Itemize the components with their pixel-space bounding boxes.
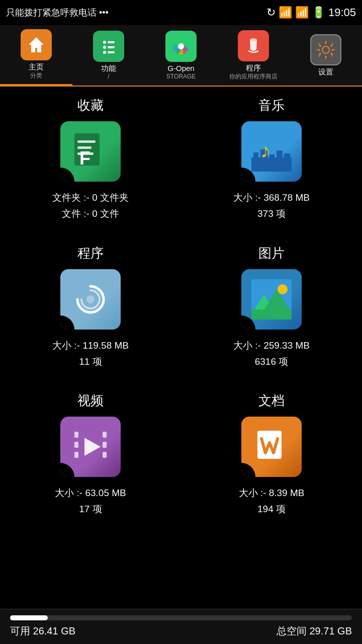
category-info-music: 大小 :- 368.78 MB373 项	[233, 190, 310, 222]
gopen-icon-wrap	[165, 31, 197, 62]
category-icon-favorites: F	[60, 121, 121, 182]
nav-label-settings: 设置	[318, 67, 333, 76]
svg-point-5	[103, 51, 106, 54]
storage-bar-fill	[10, 615, 48, 620]
category-title-docs: 文档	[258, 392, 285, 410]
storage-total: 总空间 29.71 GB	[277, 624, 352, 638]
docs-file-icon	[251, 427, 292, 467]
category-item-music[interactable]: 音乐 ♪ 大小 :- 368.	[181, 87, 362, 234]
category-info-favorites: 文件夹 :- 0 文件夹文件 :- 0 文件	[52, 190, 129, 222]
svg-rect-2	[108, 41, 115, 43]
category-grid: 收藏 F 文件夹 :- 0 文件夹文件 :- 0 文件	[0, 87, 362, 530]
status-bar: 只能拨打紧急呼救电话 ••• ↻ 📶 📶 🔋 19:05	[0, 0, 362, 25]
storage-available: 可用 26.41 GB	[10, 624, 75, 638]
nav-item-settings[interactable]: 设置	[290, 25, 362, 86]
svg-rect-36	[74, 432, 78, 438]
music-file-icon: ♪	[251, 131, 292, 172]
svg-rect-4	[108, 46, 115, 48]
category-info-docs: 大小 :- 8.39 MB194 项	[239, 485, 305, 518]
refresh-icon: ↻	[266, 6, 276, 19]
signal-icon: 📶	[279, 6, 292, 19]
svg-point-13	[178, 43, 184, 49]
svg-rect-26	[277, 150, 283, 172]
svg-point-14	[250, 38, 257, 41]
category-item-pictures[interactable]: 图片	[181, 234, 362, 382]
category-title-favorites: 收藏	[77, 97, 104, 114]
category-info-apps: 大小 :- 119.58 MB11 项	[52, 338, 129, 370]
settings-icon	[315, 39, 337, 61]
svg-rect-6	[108, 51, 115, 53]
category-item-apps[interactable]: 程序 大小 :- 119.58 MB11 项	[0, 234, 181, 382]
nav-sublabel-func: /	[108, 73, 109, 80]
func-icon-wrap	[93, 31, 124, 62]
time-display: 19:05	[328, 6, 356, 19]
svg-rect-27	[284, 153, 290, 172]
category-icon-music: ♪	[241, 121, 302, 182]
nav-label-gopen: G-Open	[167, 64, 194, 73]
nav-sublabel-gopen: STORAGE	[166, 73, 196, 80]
svg-point-16	[323, 47, 329, 53]
category-icon-apps	[60, 269, 121, 330]
category-item-video[interactable]: 视频 大小 :- 63.05	[0, 382, 181, 530]
svg-rect-37	[74, 442, 78, 448]
svg-rect-23	[253, 152, 258, 172]
nav-sublabel-home: 分类	[30, 71, 42, 80]
category-icon-docs	[241, 417, 302, 477]
svg-rect-34	[251, 309, 292, 319]
svg-rect-41	[103, 452, 107, 458]
nav-bar: 主页 分类 功能 /	[0, 25, 362, 87]
svg-point-3	[103, 46, 106, 49]
pictures-file-icon	[251, 279, 292, 319]
nav-item-prog[interactable]: 程序 你的应用程序商店	[217, 25, 290, 86]
nav-label-prog: 程序	[246, 63, 261, 72]
category-title-apps: 程序	[77, 245, 104, 262]
svg-point-35	[278, 284, 288, 294]
svg-point-30	[86, 295, 95, 303]
prog-icon	[243, 36, 263, 56]
battery-icon: 🔋	[312, 6, 325, 19]
svg-text:F: F	[79, 148, 90, 169]
category-title-music: 音乐	[258, 97, 285, 114]
category-item-docs[interactable]: 文档 大小 :- 8.39 MB194 项	[181, 382, 362, 530]
storage-info: 可用 26.41 GB 总空间 29.71 GB	[10, 624, 352, 638]
nav-item-gopen[interactable]: G-Open STORAGE	[145, 25, 217, 86]
svg-point-1	[103, 41, 106, 44]
nav-sublabel-prog: 你的应用程序商店	[229, 72, 278, 81]
category-title-video: 视频	[77, 392, 104, 410]
nav-item-home[interactable]: 主页 分类	[0, 25, 72, 86]
bottom-bar: 可用 26.41 GB 总空间 29.71 GB	[0, 609, 362, 644]
svg-rect-18	[77, 140, 96, 143]
video-file-icon	[70, 427, 111, 467]
category-icon-video	[60, 417, 121, 477]
category-item-favorites[interactable]: 收藏 F 文件夹 :- 0 文件夹文件 :- 0 文件	[0, 87, 181, 234]
category-title-pictures: 图片	[258, 245, 285, 262]
home-icon	[26, 35, 46, 55]
func-icon	[99, 36, 119, 56]
svg-rect-40	[103, 442, 107, 448]
wifi-icon: 📶	[295, 6, 309, 19]
svg-rect-39	[103, 432, 107, 438]
nav-item-func[interactable]: 功能 /	[72, 25, 145, 86]
category-info-pictures: 大小 :- 259.33 MB6316 项	[233, 338, 310, 370]
nav-label-func: 功能	[101, 64, 116, 73]
svg-marker-42	[84, 438, 101, 456]
storage-bar-wrap	[10, 615, 352, 620]
category-icon-pictures	[241, 269, 302, 330]
favorites-file-icon: F	[70, 131, 111, 172]
nav-label-home: 主页	[29, 62, 44, 71]
settings-icon-wrap	[310, 34, 341, 65]
prog-icon-wrap	[238, 30, 269, 61]
svg-text:♪: ♪	[260, 139, 270, 162]
gopen-icon	[168, 34, 194, 59]
content-area: 收藏 F 文件夹 :- 0 文件夹文件 :- 0 文件	[0, 87, 362, 580]
svg-marker-0	[29, 37, 44, 52]
svg-rect-38	[74, 452, 78, 458]
status-icons: ↻ 📶 📶 🔋 19:05	[266, 6, 356, 19]
status-text: 只能拨打紧急呼救电话 •••	[6, 7, 266, 19]
category-info-video: 大小 :- 63.05 MB17 项	[55, 485, 126, 518]
home-icon-wrap	[21, 29, 52, 60]
apps-file-icon	[70, 279, 111, 319]
